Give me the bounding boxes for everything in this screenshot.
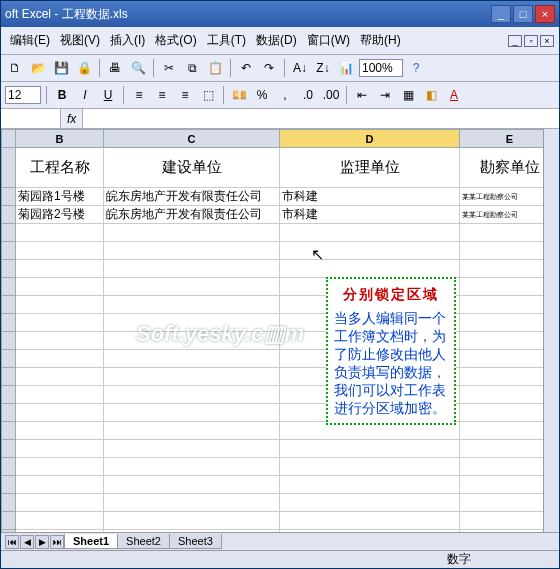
comma-icon[interactable]: , — [275, 85, 295, 105]
sort-desc-icon[interactable]: Z↓ — [313, 58, 333, 78]
name-box[interactable] — [1, 109, 61, 128]
row-header[interactable] — [2, 332, 16, 350]
merge-icon[interactable]: ⬚ — [198, 85, 218, 105]
tab-nav-first-icon[interactable]: ⏮ — [5, 535, 19, 549]
undo-icon[interactable]: ↶ — [236, 58, 256, 78]
cell[interactable] — [104, 260, 280, 278]
close-button[interactable]: × — [535, 5, 555, 23]
cell[interactable] — [16, 350, 104, 368]
cell[interactable] — [16, 296, 104, 314]
cell[interactable] — [104, 404, 280, 422]
col-header[interactable]: D — [280, 130, 460, 148]
row-header[interactable] — [2, 476, 16, 494]
row-header[interactable] — [2, 314, 16, 332]
cell[interactable] — [280, 224, 460, 242]
cell[interactable] — [16, 404, 104, 422]
row-header[interactable] — [2, 260, 16, 278]
font-color-icon[interactable]: A — [444, 85, 464, 105]
cell[interactable]: 市科建 — [280, 206, 460, 224]
cell[interactable]: 监理单位 — [280, 148, 460, 188]
print-icon[interactable]: 🖶 — [105, 58, 125, 78]
row-header[interactable] — [2, 404, 16, 422]
cell[interactable] — [16, 458, 104, 476]
minimize-button[interactable]: _ — [491, 5, 511, 23]
cell[interactable] — [104, 458, 280, 476]
cell[interactable] — [16, 224, 104, 242]
menu-data[interactable]: 数据(D) — [252, 30, 301, 51]
tab-nav-next-icon[interactable]: ▶ — [35, 535, 49, 549]
underline-icon[interactable]: U — [98, 85, 118, 105]
col-header[interactable]: B — [16, 130, 104, 148]
permission-icon[interactable]: 🔒 — [74, 58, 94, 78]
doc-minimize-button[interactable]: _ — [508, 35, 522, 47]
fill-color-icon[interactable]: ◧ — [421, 85, 441, 105]
cell[interactable] — [16, 278, 104, 296]
row-header[interactable] — [2, 368, 16, 386]
cell[interactable]: 皖东房地产开发有限责任公司 — [104, 188, 280, 206]
inc-decimal-icon[interactable]: .0 — [298, 85, 318, 105]
cell[interactable] — [280, 494, 460, 512]
cell[interactable]: 工程名称 — [16, 148, 104, 188]
copy-icon[interactable]: ⧉ — [182, 58, 202, 78]
bold-icon[interactable]: B — [52, 85, 72, 105]
cell[interactable] — [280, 242, 460, 260]
menu-edit[interactable]: 编辑(E) — [6, 30, 54, 51]
italic-icon[interactable]: I — [75, 85, 95, 105]
sheet-tab[interactable]: Sheet2 — [117, 534, 170, 549]
formula-input[interactable] — [82, 109, 559, 128]
sheet-tab[interactable]: Sheet3 — [169, 534, 222, 549]
cell[interactable] — [280, 476, 460, 494]
cell[interactable] — [104, 224, 280, 242]
maximize-button[interactable]: □ — [513, 5, 533, 23]
row-header[interactable] — [2, 148, 16, 188]
help-icon[interactable]: ? — [406, 58, 426, 78]
menu-view[interactable]: 视图(V) — [56, 30, 104, 51]
col-header[interactable]: C — [104, 130, 280, 148]
row-header[interactable] — [2, 296, 16, 314]
cell[interactable] — [280, 458, 460, 476]
cell[interactable] — [280, 512, 460, 530]
row-header[interactable] — [2, 242, 16, 260]
percent-icon[interactable]: % — [252, 85, 272, 105]
cell[interactable] — [16, 494, 104, 512]
cell[interactable]: 菊园路1号楼 — [16, 188, 104, 206]
chart-icon[interactable]: 📊 — [336, 58, 356, 78]
paste-icon[interactable]: 📋 — [205, 58, 225, 78]
cell[interactable] — [16, 242, 104, 260]
dec-decimal-icon[interactable]: .00 — [321, 85, 341, 105]
fx-icon[interactable]: fx — [61, 112, 82, 126]
cell[interactable] — [104, 422, 280, 440]
vertical-scrollbar[interactable] — [543, 129, 559, 569]
cell[interactable] — [280, 440, 460, 458]
zoom-select[interactable]: 100% — [359, 59, 403, 77]
cell[interactable] — [16, 332, 104, 350]
cell[interactable] — [16, 368, 104, 386]
row-header[interactable] — [2, 494, 16, 512]
cell[interactable] — [16, 422, 104, 440]
cell[interactable] — [16, 386, 104, 404]
indent-dec-icon[interactable]: ⇤ — [352, 85, 372, 105]
cell[interactable] — [104, 440, 280, 458]
redo-icon[interactable]: ↷ — [259, 58, 279, 78]
save-icon[interactable]: 💾 — [51, 58, 71, 78]
open-icon[interactable]: 📂 — [28, 58, 48, 78]
preview-icon[interactable]: 🔍 — [128, 58, 148, 78]
align-right-icon[interactable]: ≡ — [175, 85, 195, 105]
borders-icon[interactable]: ▦ — [398, 85, 418, 105]
sort-asc-icon[interactable]: A↓ — [290, 58, 310, 78]
cell[interactable] — [104, 350, 280, 368]
cut-icon[interactable]: ✂ — [159, 58, 179, 78]
row-header[interactable] — [2, 350, 16, 368]
row-header[interactable] — [2, 278, 16, 296]
cell[interactable] — [104, 296, 280, 314]
indent-inc-icon[interactable]: ⇥ — [375, 85, 395, 105]
align-left-icon[interactable]: ≡ — [129, 85, 149, 105]
currency-icon[interactable]: 💴 — [229, 85, 249, 105]
cell[interactable] — [16, 440, 104, 458]
cell[interactable]: 市科建 — [280, 188, 460, 206]
cell[interactable] — [280, 260, 460, 278]
cell[interactable] — [104, 278, 280, 296]
cell[interactable] — [16, 476, 104, 494]
tab-nav-last-icon[interactable]: ⏭ — [50, 535, 64, 549]
align-center-icon[interactable]: ≡ — [152, 85, 172, 105]
